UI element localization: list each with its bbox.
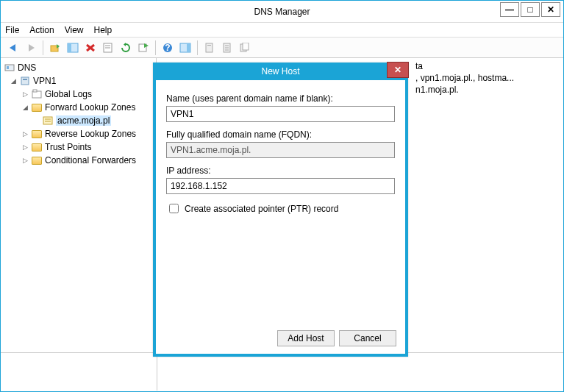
tree-trust-label: Trust Points <box>45 142 92 152</box>
list-row[interactable]: , vpn1.moja.pl., hostma... <box>415 73 559 85</box>
svg-rect-32 <box>43 117 52 124</box>
list-row[interactable]: n1.moja.pl. <box>415 85 559 96</box>
menu-help[interactable]: Help <box>94 25 113 35</box>
tree-forward-zones[interactable]: ◢ Forward Lookup Zones <box>2 101 154 114</box>
minimize-icon: — <box>505 4 514 15</box>
tree-trust-points[interactable]: ▷ Trust Points <box>2 140 154 154</box>
toolbar-separator <box>197 40 198 55</box>
properties-button[interactable] <box>100 40 116 56</box>
titlebar: DNS Manager — □ ✕ <box>1 1 563 23</box>
tree-server[interactable]: ◢ VPN1 <box>2 74 154 88</box>
folder-icon <box>31 142 43 152</box>
toolbar: ? <box>1 38 563 58</box>
svg-marker-1 <box>29 44 35 51</box>
tree-zone-selected[interactable]: acme.moja.pl <box>2 114 154 127</box>
svg-rect-28 <box>21 77 29 85</box>
ptr-label: Create associated pointer (PTR) record <box>185 204 338 214</box>
status-strip <box>1 352 563 391</box>
toolbar-separator <box>43 40 43 55</box>
cancel-button[interactable]: Cancel <box>339 330 396 346</box>
collapse-icon[interactable]: ◢ <box>21 104 29 112</box>
ip-label: IP address: <box>166 165 395 176</box>
close-icon: ✕ <box>394 65 401 75</box>
tree-rev-label: Reverse Lookup Zones <box>45 129 136 139</box>
list-row[interactable]: ta <box>415 61 559 73</box>
up-button[interactable] <box>47 40 63 56</box>
folder-icon <box>31 155 43 165</box>
tree-cond-label: Conditional Forwarders <box>45 155 136 165</box>
tree-reverse-zones[interactable]: ▷ Reverse Lookup Zones <box>2 127 154 140</box>
refresh-button[interactable] <box>118 40 134 56</box>
expand-icon[interactable]: ▷ <box>21 157 29 165</box>
dialog-body: Name (uses parent domain name if blank):… <box>156 80 405 327</box>
folder-icon <box>31 102 43 113</box>
folder-icon <box>31 129 43 139</box>
tree-server-label: VPN1 <box>33 76 56 86</box>
tree-global-logs[interactable]: ▷ Global Logs <box>2 88 154 101</box>
window-controls: — □ ✕ <box>499 2 560 17</box>
minimize-button[interactable]: — <box>500 2 519 17</box>
svg-rect-27 <box>7 66 9 69</box>
ptr-checkbox-row: Create associated pointer (PTR) record <box>166 202 395 215</box>
tree-zone-label: acme.moja.pl <box>56 115 111 126</box>
svg-rect-19 <box>207 45 211 46</box>
tree-global-logs-label: Global Logs <box>45 89 92 99</box>
svg-marker-11 <box>124 43 126 46</box>
close-icon: ✕ <box>547 4 554 15</box>
svg-text:?: ? <box>165 43 170 53</box>
action-pane-button[interactable] <box>177 40 193 56</box>
tool-button-b[interactable] <box>219 40 235 56</box>
svg-marker-0 <box>10 44 15 51</box>
help-button[interactable]: ? <box>160 40 176 56</box>
expand-icon[interactable]: ▷ <box>21 143 29 152</box>
back-button[interactable] <box>5 40 21 56</box>
tree-pane: DNS ◢ VPN1 ▷ Global Logs ◢ Forward Looku… <box>1 58 157 352</box>
new-host-dialog: New Host ✕ Name (uses parent domain name… <box>153 63 408 357</box>
menu-view[interactable]: View <box>65 25 84 35</box>
svg-rect-18 <box>206 43 213 52</box>
tool-button-c[interactable] <box>237 40 253 56</box>
zone-icon <box>42 115 54 126</box>
svg-rect-17 <box>187 43 190 52</box>
tool-button-a[interactable] <box>201 40 218 56</box>
forward-button[interactable] <box>23 40 39 56</box>
maximize-button[interactable]: □ <box>521 2 540 17</box>
fqdn-label: Fully qualified domain name (FQDN): <box>166 129 395 140</box>
menu-action[interactable]: Action <box>29 25 54 35</box>
dialog-title: New Host <box>261 66 299 76</box>
dialog-titlebar[interactable]: New Host ✕ <box>153 63 408 80</box>
folder-icon <box>31 89 43 99</box>
tree-root-label: DNS <box>18 63 36 73</box>
ip-input[interactable] <box>166 178 395 194</box>
window-title: DNS Manager <box>254 7 310 17</box>
tree-conditional-fwd[interactable]: ▷ Conditional Forwarders <box>2 154 154 167</box>
ptr-checkbox[interactable] <box>169 204 179 213</box>
show-hide-tree-button[interactable] <box>65 40 81 56</box>
export-button[interactable] <box>135 40 151 56</box>
expand-icon[interactable]: ▷ <box>21 90 29 99</box>
svg-rect-5 <box>68 43 71 52</box>
dialog-close-button[interactable]: ✕ <box>387 62 409 78</box>
svg-rect-25 <box>243 43 249 50</box>
name-label: Name (uses parent domain name if blank): <box>166 93 395 104</box>
close-button[interactable]: ✕ <box>541 2 560 17</box>
fqdn-input <box>166 142 395 158</box>
menubar: File Action View Help <box>1 23 563 38</box>
server-icon <box>19 76 31 86</box>
expand-icon[interactable]: ▷ <box>21 130 29 138</box>
collapse-icon[interactable]: ◢ <box>10 77 18 85</box>
delete-button[interactable] <box>82 40 99 56</box>
menu-file[interactable]: File <box>5 25 19 35</box>
tree-fwd-label: Forward Lookup Zones <box>45 102 135 113</box>
toolbar-separator <box>155 40 156 55</box>
maximize-icon: □ <box>527 4 532 15</box>
svg-rect-29 <box>23 79 27 80</box>
dialog-footer: Add Host Cancel <box>156 327 405 352</box>
svg-rect-26 <box>5 65 14 71</box>
status-inner <box>157 353 563 391</box>
add-host-button[interactable]: Add Host <box>277 330 335 346</box>
tree-root[interactable]: DNS <box>2 61 154 74</box>
name-input[interactable] <box>166 106 395 122</box>
dns-icon <box>4 63 15 73</box>
svg-rect-31 <box>33 90 37 92</box>
